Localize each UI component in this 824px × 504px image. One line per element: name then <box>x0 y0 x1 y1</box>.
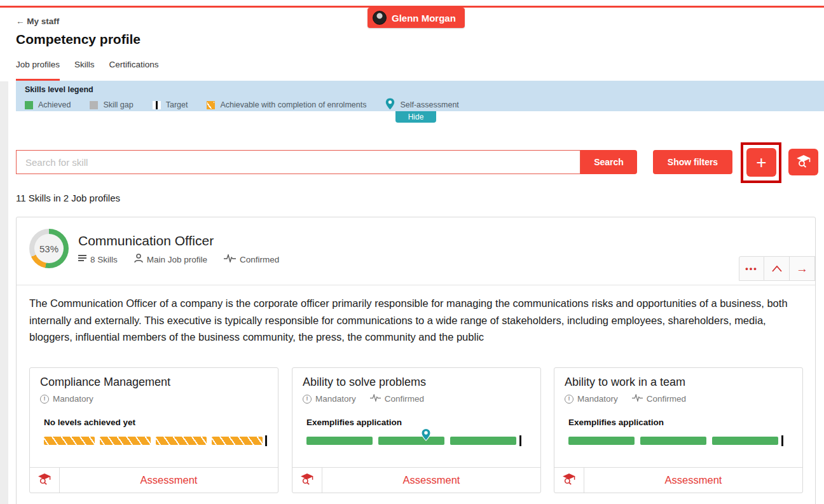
skill-level-label: No levels achieved yet <box>44 418 135 427</box>
skill-meta: ! Mandatory Confirmed <box>303 394 424 404</box>
level-bar-achieved <box>450 437 516 445</box>
skill-card-compliance-management: Compliance Management ! Mandatory No lev… <box>29 367 278 493</box>
target-marker <box>519 435 521 446</box>
user-badge[interactable]: Glenn Morgan <box>367 8 465 28</box>
target-marker <box>265 435 267 446</box>
target-swatch-icon <box>153 101 161 109</box>
legend-label: Target <box>166 100 188 109</box>
self-assessment-button[interactable] <box>554 468 584 493</box>
self-assessment-pin-icon <box>421 428 431 444</box>
graduation-cap-icon <box>562 473 576 487</box>
graduation-cap-icon <box>38 473 52 487</box>
skill-level-bars <box>568 437 783 445</box>
level-bar-achievable <box>44 437 95 445</box>
achieved-swatch-icon <box>25 101 33 109</box>
search-button[interactable]: Search <box>580 150 637 174</box>
skill-footer: Assessment <box>292 467 540 493</box>
level-bar-achievable <box>212 437 263 445</box>
skill-level-label: Exemplifies application <box>306 418 402 427</box>
skill-level-label: Exemplifies application <box>568 418 664 427</box>
pulse-icon <box>632 394 643 404</box>
job-profile-card: 53% Communication Officer 8 Skills Main … <box>16 217 816 504</box>
skill-meta: ! Mandatory Confirmed <box>565 394 686 404</box>
skills-count: 8 Skills <box>78 254 118 264</box>
job-profile-description: The Communication Officer of a company i… <box>29 295 806 346</box>
skill-card-ability-to-solve-problems: Ability to solve problems ! Mandatory Co… <box>292 367 541 493</box>
assessment-link[interactable]: Assessment <box>60 468 278 493</box>
self-assessment-button[interactable] <box>30 468 60 493</box>
pulse-icon <box>370 394 381 404</box>
legend-item-self-assessment: Self-assessment <box>385 98 458 112</box>
assessment-link[interactable]: Assessment <box>584 468 802 493</box>
achievable-swatch-icon <box>207 101 215 109</box>
show-filters-button[interactable]: Show filters <box>653 150 732 174</box>
add-skill-button[interactable]: + <box>746 148 776 177</box>
progress-percent: 53% <box>39 243 58 254</box>
skill-meta: ! Mandatory <box>40 394 93 404</box>
skill-card-ability-to-work-in-a-team: Ability to work in a team ! Mandatory Co… <box>554 367 803 493</box>
mandatory-flag: ! Mandatory <box>303 394 356 404</box>
self-assessment-button[interactable] <box>292 468 322 493</box>
legend-items: Achieved Skill gap Target Achievable wit… <box>25 98 824 112</box>
person-icon <box>134 254 143 265</box>
assessments-button[interactable] <box>788 149 818 175</box>
confirmed-flag: Confirmed <box>632 394 686 404</box>
assessment-link[interactable]: Assessment <box>322 468 540 493</box>
tab-bar: Job profiles Skills Certifications <box>16 60 159 77</box>
user-avatar <box>373 11 387 25</box>
legend-title: Skills level legend <box>25 85 824 94</box>
skills-level-legend: Skills level legend Achieved Skill gap T… <box>16 81 824 111</box>
skill-gap-swatch-icon <box>90 101 98 109</box>
level-bar-achieved <box>568 437 635 445</box>
level-bar-achievable <box>100 437 151 445</box>
user-name: Glenn Morgan <box>392 13 456 24</box>
pulse-icon <box>224 254 236 264</box>
page-title: Competency profile <box>16 32 141 47</box>
profile-status: Confirmed <box>224 254 279 264</box>
level-bar-achieved <box>640 437 706 445</box>
mandatory-icon: ! <box>565 395 573 404</box>
legend-label: Skill gap <box>103 100 133 109</box>
skill-level-bars <box>306 437 521 445</box>
mandatory-icon: ! <box>40 395 49 404</box>
skill-title: Compliance Management <box>40 376 170 389</box>
legend-label: Achievable with completion of enrolments <box>220 100 366 109</box>
skill-footer: Assessment <box>30 467 278 493</box>
mandatory-icon: ! <box>303 395 312 404</box>
level-bar-achieved <box>306 437 373 445</box>
results-summary: 11 Skills in 2 Job profiles <box>16 193 120 203</box>
progress-donut: 53% <box>29 229 69 268</box>
divider <box>17 285 815 285</box>
open-profile-button[interactable]: → <box>790 256 815 281</box>
skill-title: Ability to work in a team <box>565 376 685 389</box>
tab-job-profiles[interactable]: Job profiles <box>16 60 60 77</box>
arrow-right-icon: → <box>796 262 808 276</box>
skill-title: Ability to solve problems <box>303 376 426 389</box>
back-to-my-staff-link[interactable]: ← My staff <box>16 17 59 26</box>
graduation-cap-icon <box>300 473 314 487</box>
job-profile-meta: 8 Skills Main Job profile Confirmed <box>78 254 279 265</box>
mandatory-flag: ! Mandatory <box>565 394 618 404</box>
ellipsis-icon: ••• <box>745 264 758 273</box>
tab-skills[interactable]: Skills <box>74 60 95 77</box>
graduation-cap-icon <box>796 154 811 170</box>
hide-legend-button[interactable]: Hide <box>395 111 436 123</box>
target-marker <box>781 435 783 446</box>
collapse-button[interactable] <box>764 256 790 281</box>
legend-label: Self-assessment <box>400 100 458 109</box>
self-assessment-pin-icon <box>385 98 395 112</box>
tab-certifications[interactable]: Certifications <box>109 60 159 77</box>
list-icon <box>78 254 86 264</box>
confirmed-flag: Confirmed <box>370 394 424 404</box>
level-bar-achievable <box>156 437 207 445</box>
mandatory-flag: ! Mandatory <box>40 394 93 404</box>
profile-type: Main Job profile <box>134 254 207 265</box>
legend-item-achievable: Achievable with completion of enrolments <box>207 100 366 109</box>
job-profile-title: Communication Officer <box>78 233 214 249</box>
level-bar-achieved <box>378 437 444 445</box>
competency-profile-page: Glenn Morgan ← My staff Competency profi… <box>0 0 824 504</box>
search-input[interactable] <box>16 150 580 174</box>
more-options-button[interactable]: ••• <box>739 256 764 281</box>
skill-level-bars <box>44 437 267 445</box>
chevron-up-icon <box>772 263 782 275</box>
